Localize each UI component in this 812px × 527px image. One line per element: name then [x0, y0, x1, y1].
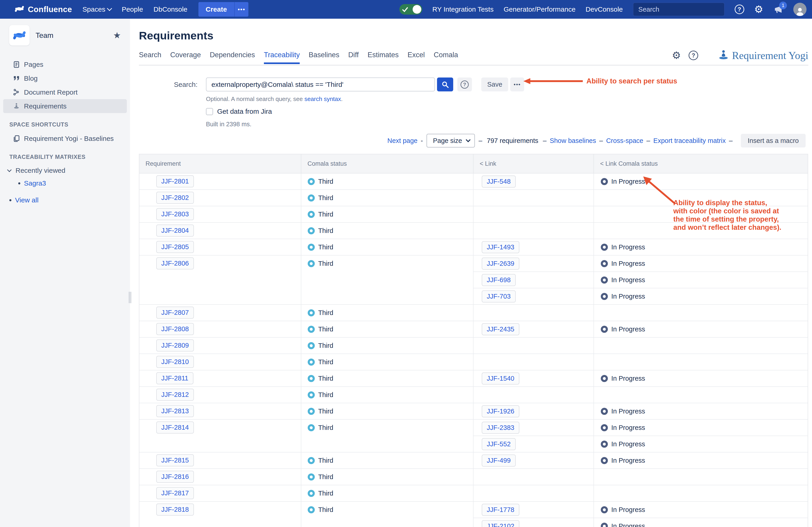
settings-gear-icon[interactable]: ⚙	[672, 50, 681, 60]
requirement-link[interactable]: JJF-2807	[156, 306, 194, 319]
requirement-link[interactable]: JJF-2806	[156, 257, 194, 269]
linked-requirement-link[interactable]: JJF-1540	[482, 373, 519, 385]
tab-dependencies[interactable]: Dependencies	[210, 51, 255, 63]
search-help-button[interactable]: ?	[457, 77, 472, 91]
column-header-requirement: Requirement	[139, 154, 301, 173]
comala-status: Third	[308, 490, 471, 497]
linked-requirement-link[interactable]: JJF-2639	[482, 258, 519, 270]
linked-requirement-link[interactable]: JJF-703	[482, 290, 516, 302]
requirement-link[interactable]: JJF-2818	[156, 503, 194, 516]
requirements-table-body: JJF-2801ThirdJJF-548In ProgressJJF-2802T…	[139, 174, 808, 527]
help-button[interactable]: ?	[735, 4, 744, 14]
requirement-link[interactable]: JJF-2802	[156, 192, 194, 204]
save-button[interactable]: Save	[481, 77, 508, 91]
tab-excel[interactable]: Excel	[408, 51, 425, 63]
help-icon[interactable]: ?	[688, 50, 698, 60]
global-search[interactable]	[633, 2, 725, 16]
nav-generator-performance[interactable]: Generator/Performance	[504, 5, 576, 13]
show-baselines-link[interactable]: Show baselines	[550, 137, 596, 145]
insert-as-macro-button[interactable]: Insert as a macro	[741, 134, 806, 148]
tab-comala[interactable]: Comala	[434, 51, 458, 63]
requirement-link[interactable]: JJF-2801	[156, 175, 194, 187]
requirement-link[interactable]: JJF-2809	[156, 340, 194, 351]
status-circle-icon	[601, 260, 608, 267]
run-search-button[interactable]	[437, 77, 453, 91]
dash: –	[479, 137, 482, 145]
requirement-link[interactable]: JJF-2803	[156, 208, 194, 220]
linked-requirement-link[interactable]: JJF-499	[482, 454, 516, 467]
linked-requirement-link[interactable]: JJF-2383	[482, 422, 519, 434]
comala-status-cell: Third	[301, 354, 473, 370]
settings-button[interactable]: ⚙	[754, 4, 763, 14]
links-group: JJF-1926In Progress	[473, 403, 808, 419]
query-input[interactable]	[206, 77, 435, 91]
linked-requirement-link[interactable]: JJF-1926	[482, 405, 519, 417]
tab-search[interactable]: Search	[139, 51, 161, 63]
tab-coverage[interactable]: Coverage	[170, 51, 201, 63]
tab-traceability[interactable]: Traceability	[264, 51, 300, 63]
linked-requirement-link[interactable]: JJF-548	[482, 176, 516, 187]
requirement-cell: JJF-2817	[139, 485, 301, 501]
requirement-link[interactable]: JJF-2815	[156, 454, 194, 466]
search-more-button[interactable]: •••	[510, 77, 524, 91]
status-label: In Progress	[611, 293, 645, 300]
view-all-link[interactable]: View all	[15, 196, 39, 204]
requirement-link[interactable]: JJF-2817	[156, 487, 194, 499]
requirement-link[interactable]: JJF-2805	[156, 241, 194, 253]
requirement-link[interactable]: JJF-2816	[156, 471, 194, 483]
recently-viewed-toggle[interactable]: Recently viewed	[0, 164, 130, 177]
requirement-link[interactable]: JJF-2811	[156, 372, 193, 384]
requirement-link[interactable]: JJF-2808	[156, 323, 194, 335]
requirement-link[interactable]: JJF-2814	[156, 421, 194, 434]
comala-status: Third	[308, 309, 471, 317]
chevron-down-icon	[466, 137, 470, 142]
sidebar-item-requirements[interactable]: Requirements	[3, 99, 127, 113]
nav-spaces[interactable]: Spaces	[83, 5, 111, 13]
requirement-link[interactable]: JJF-2812	[156, 389, 194, 401]
star-icon[interactable]: ★	[113, 31, 121, 40]
page-size-select[interactable]: Page size	[426, 134, 475, 148]
table-row: JJF-2807Third	[139, 304, 808, 321]
create-button[interactable]: Create	[199, 2, 234, 17]
sidebar-item-ry-baselines[interactable]: Requirement Yogi - Baselines	[3, 132, 127, 146]
get-data-from-jira-checkbox[interactable]	[206, 108, 213, 115]
tab-diff[interactable]: Diff	[348, 51, 359, 63]
global-search-input[interactable]	[638, 6, 724, 13]
table-row: JJF-2806ThirdJJF-2639In ProgressJJF-698I…	[139, 255, 808, 304]
comala-status-cell: Third	[301, 305, 473, 321]
feature-toggle[interactable]	[400, 4, 422, 15]
tab-baselines[interactable]: Baselines	[309, 51, 339, 63]
search-syntax-link[interactable]: search syntax	[304, 95, 341, 102]
linked-requirement-link[interactable]: JJF-1493	[482, 241, 519, 253]
confluence-brand[interactable]: Confluence	[15, 4, 72, 15]
nav-people[interactable]: People	[122, 5, 143, 13]
linked-requirement-link[interactable]: JJF-1778	[482, 504, 519, 516]
comala-status-cell: Third	[301, 174, 473, 190]
linked-requirement-link[interactable]: JJF-552	[482, 438, 516, 450]
traceability-matrixes-heading: TRACEABILITY MATRIXES	[0, 154, 130, 160]
next-page-link[interactable]: Next page	[387, 137, 417, 145]
linked-requirement-link[interactable]: JJF-698	[482, 274, 516, 286]
matrix-link-sagra3[interactable]: Sagra3	[24, 179, 46, 187]
linked-requirement-link[interactable]: JJF-2435	[482, 323, 519, 335]
cross-space-link[interactable]: Cross-space	[606, 137, 643, 145]
navbar-more-button[interactable]: •••	[234, 2, 248, 17]
link-status-cell	[594, 469, 808, 485]
requirement-link[interactable]: JJF-2813	[156, 405, 194, 417]
linked-requirement-link[interactable]: JJF-2102	[482, 520, 519, 527]
nav-ry-integration-tests[interactable]: RY Integration Tests	[432, 5, 494, 13]
tabs: SearchCoverageDependenciesTraceabilityBa…	[139, 51, 467, 63]
announcements-button[interactable]: 1	[773, 4, 783, 14]
nav-devconsole[interactable]: DevConsole	[585, 5, 623, 13]
sidebar-item-pages[interactable]: Pages	[3, 58, 127, 71]
requirement-link[interactable]: JJF-2804	[156, 225, 194, 237]
profile-button[interactable]	[793, 3, 807, 16]
sidebar-item-blog[interactable]: Blog	[3, 71, 127, 85]
requirement-link[interactable]: JJF-2810	[156, 356, 194, 368]
status-circle-icon	[601, 506, 608, 513]
sidebar-item-document-report[interactable]: Document Report	[3, 85, 127, 99]
tab-estimates[interactable]: Estimates	[368, 51, 399, 63]
nav-dbconsole[interactable]: DbConsole	[154, 5, 187, 13]
export-traceability-matrix-link[interactable]: Export traceability matrix	[653, 137, 726, 145]
checkmark-icon	[402, 7, 408, 12]
